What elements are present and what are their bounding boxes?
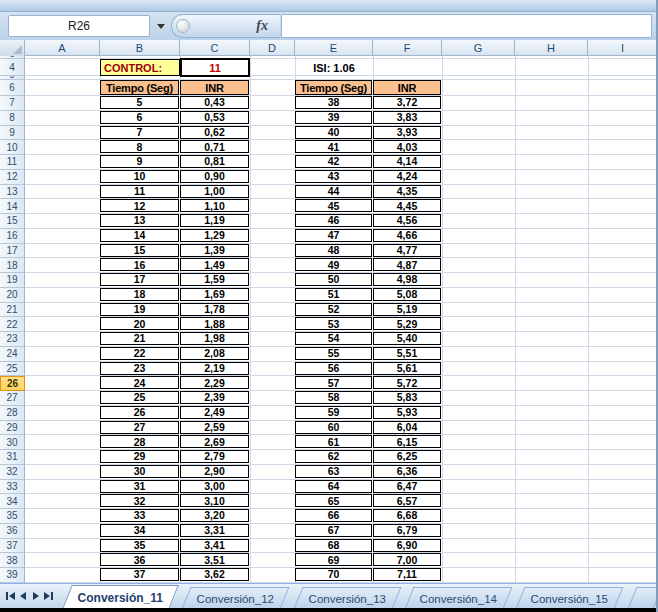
cell-inr[interactable]: 1,59 [180, 273, 249, 286]
cell-inr[interactable]: 6,79 [373, 524, 441, 537]
cell-tiempo[interactable]: 40 [295, 126, 372, 139]
cell-tiempo[interactable]: 7 [100, 126, 179, 139]
cell-inr[interactable]: 0,53 [180, 111, 249, 124]
cell-tiempo[interactable]: 37 [100, 568, 179, 581]
cell-tiempo[interactable]: 42 [295, 155, 372, 168]
sheet-tab-conversi-n-13[interactable]: Conversión_13 [293, 587, 401, 609]
row-header-36[interactable]: 36 [0, 524, 25, 539]
row-header-21[interactable]: 21 [0, 303, 25, 318]
cell-tiempo[interactable]: 56 [295, 362, 372, 375]
cell-tiempo[interactable]: 41 [295, 140, 372, 153]
cell-inr[interactable]: 4,45 [373, 199, 441, 212]
cell-tiempo[interactable]: 33 [100, 509, 179, 522]
row-header-10[interactable]: 10 [0, 140, 25, 155]
cell-tiempo[interactable]: 6 [100, 111, 179, 124]
row-header-37[interactable]: 37 [0, 539, 25, 554]
cell-tiempo[interactable]: 52 [295, 303, 372, 316]
cell-tiempo[interactable]: 38 [295, 96, 372, 109]
sheet-tab-conversi-n-14[interactable]: Conversión_14 [405, 587, 513, 609]
cell-inr[interactable]: 2,79 [180, 450, 249, 463]
cell-inr[interactable]: 2,19 [180, 362, 249, 375]
cell-inr[interactable]: 4,03 [373, 140, 441, 153]
cell-tiempo[interactable]: 39 [295, 111, 372, 124]
cell-inr[interactable]: 1,98 [180, 332, 249, 345]
cell-tiempo[interactable]: 20 [100, 317, 179, 330]
cell-inr[interactable]: 6,25 [373, 450, 441, 463]
cell-inr[interactable]: 2,49 [180, 406, 249, 419]
row-header-17[interactable]: 17 [0, 244, 25, 259]
cell-inr[interactable]: 1,78 [180, 303, 249, 316]
cell-tiempo[interactable]: 14 [100, 229, 179, 242]
row-header-18[interactable]: 18 [0, 258, 25, 273]
row-header-8[interactable]: 8 [0, 111, 25, 126]
cell-inr[interactable]: 6,90 [373, 539, 441, 552]
cell-tiempo[interactable]: 26 [100, 406, 179, 419]
row-header-20[interactable]: 20 [0, 288, 25, 303]
cell-inr[interactable]: 7,00 [373, 553, 441, 566]
row-header-12[interactable]: 12 [0, 170, 25, 185]
cell-tiempo[interactable]: 48 [295, 244, 372, 257]
row-header-19[interactable]: 19 [0, 273, 25, 288]
cell-inr[interactable]: 5,19 [373, 303, 441, 316]
cell-tiempo[interactable]: 12 [100, 199, 179, 212]
row-header-6[interactable]: 6 [0, 80, 25, 96]
cell-tiempo[interactable]: 68 [295, 539, 372, 552]
cell-inr[interactable]: 6,04 [373, 421, 441, 434]
column-header-d[interactable]: D [250, 40, 295, 56]
cell-inr[interactable]: 0,81 [180, 155, 249, 168]
cell-inr[interactable]: 5,40 [373, 332, 441, 345]
cell-inr[interactable]: 1,69 [180, 288, 249, 301]
row-header-39[interactable]: 39 [0, 568, 25, 583]
cell-tiempo[interactable]: 10 [100, 170, 179, 183]
cell-inr[interactable]: 0,71 [180, 140, 249, 153]
cell-inr[interactable]: 2,29 [180, 376, 249, 389]
sheet-tab-conversi-n-11[interactable]: Conversión_11 [62, 585, 179, 609]
cell-inr[interactable]: 4,77 [373, 244, 441, 257]
row-header-24[interactable]: 24 [0, 347, 25, 362]
insert-function-icon[interactable]: fx [256, 18, 268, 34]
row-header-22[interactable]: 22 [0, 317, 25, 332]
cell-tiempo[interactable]: 53 [295, 317, 372, 330]
cell-inr[interactable]: 1,29 [180, 229, 249, 242]
row-header-38[interactable]: 38 [0, 553, 25, 568]
row-header-23[interactable]: 23 [0, 332, 25, 347]
column-header-c[interactable]: C [180, 40, 250, 56]
cell-tiempo[interactable]: 29 [100, 450, 179, 463]
cell-inr[interactable]: 5,51 [373, 347, 441, 360]
row-header-11[interactable]: 11 [0, 155, 25, 170]
cell-inr[interactable]: 5,61 [373, 362, 441, 375]
cell-inr[interactable]: 4,14 [373, 155, 441, 168]
isi-value-cell[interactable]: ISI: 1.06 [295, 60, 373, 76]
row-header-4[interactable]: 4 [0, 59, 25, 76]
cell-tiempo[interactable]: 36 [100, 553, 179, 566]
cell-inr[interactable]: 1,19 [180, 214, 249, 227]
row-header-28[interactable]: 28 [0, 406, 25, 421]
cell-tiempo[interactable]: 47 [295, 229, 372, 242]
cell-inr[interactable]: 2,08 [180, 347, 249, 360]
cell-tiempo[interactable]: 23 [100, 362, 179, 375]
cell-inr[interactable]: 2,59 [180, 421, 249, 434]
cell-inr[interactable]: 5,93 [373, 406, 441, 419]
cell-inr[interactable]: 4,66 [373, 229, 441, 242]
cell-tiempo[interactable]: 54 [295, 332, 372, 345]
cell-tiempo[interactable]: 28 [100, 435, 179, 448]
cell-tiempo[interactable]: 62 [295, 450, 372, 463]
cell-tiempo[interactable]: 43 [295, 170, 372, 183]
cell-inr[interactable]: 0,90 [180, 170, 249, 183]
cell-tiempo[interactable]: 16 [100, 258, 179, 271]
cell-tiempo[interactable]: 67 [295, 524, 372, 537]
cell-tiempo[interactable]: 70 [295, 568, 372, 581]
cell-tiempo[interactable]: 69 [295, 553, 372, 566]
last-sheet-button[interactable] [43, 588, 55, 604]
cell-tiempo[interactable]: 19 [100, 303, 179, 316]
cell-inr[interactable]: 5,83 [373, 391, 441, 404]
cell-tiempo[interactable]: 35 [100, 539, 179, 552]
column-header-a[interactable]: A [25, 40, 100, 56]
cell-inr[interactable]: 3,41 [180, 539, 249, 552]
cell-tiempo[interactable]: 25 [100, 391, 179, 404]
cell-tiempo[interactable]: 50 [295, 273, 372, 286]
cell-inr[interactable]: 3,93 [373, 126, 441, 139]
cell-tiempo[interactable]: 8 [100, 140, 179, 153]
cell-inr[interactable]: 3,72 [373, 96, 441, 109]
cell-inr[interactable]: 4,87 [373, 258, 441, 271]
